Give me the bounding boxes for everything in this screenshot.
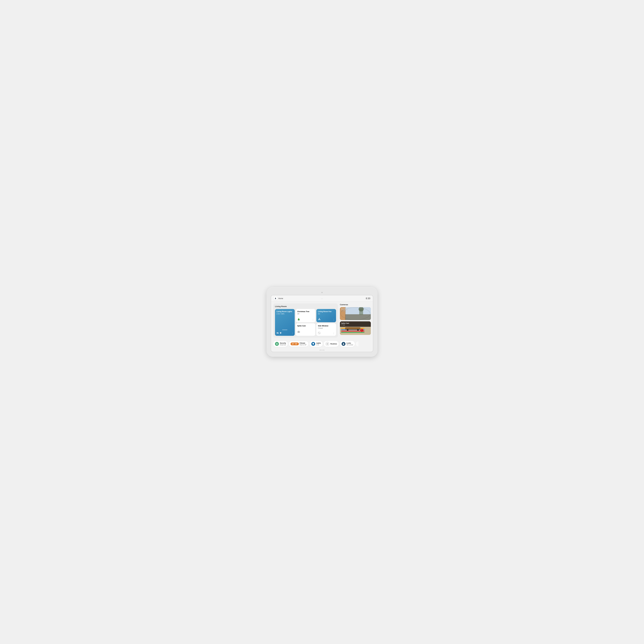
alexa-icon[interactable] bbox=[274, 297, 277, 300]
climate-range-badge: 62°- 68° bbox=[291, 342, 299, 345]
tile-more-window[interactable]: ⋮ bbox=[333, 332, 335, 334]
svg-point-5 bbox=[280, 332, 281, 333]
tile-bottom-lights: ⋮ bbox=[277, 332, 293, 334]
camera-feed-doorbell[interactable]: Doorbell 1s ago bbox=[340, 307, 371, 320]
page-dot-2[interactable] bbox=[322, 350, 322, 350]
tile-name-christmas: Christmas Tree bbox=[297, 311, 314, 313]
svg-rect-15 bbox=[298, 331, 299, 331]
lights-pill[interactable]: Lights 2 on bbox=[310, 341, 323, 347]
svg-rect-43 bbox=[313, 344, 313, 345]
lights-sub: 2 on bbox=[316, 344, 321, 346]
climate-label: Climate bbox=[300, 342, 307, 344]
bottom-bar: Security Disarmed 62°- 68° Climate Heat … bbox=[271, 340, 373, 348]
climate-text: Climate Heat to 68° bbox=[300, 342, 307, 346]
camera-feed-spike[interactable]: Spike Cam 1s ago bbox=[340, 321, 371, 335]
svg-point-36 bbox=[360, 329, 363, 332]
smart-display-device: Home ⌄ 8:30 Living Room Living Room Ligh… bbox=[267, 287, 377, 357]
cameras-title: Cameras bbox=[340, 303, 371, 306]
tile-side-window[interactable]: Side Window Closed ⋮ bbox=[316, 323, 336, 336]
tile-status-window: Closed bbox=[318, 327, 334, 329]
locks-text: Locks All Locked bbox=[346, 342, 353, 346]
tiles-grid: Living Room Lights 2 On • 66% bbox=[275, 309, 336, 336]
svg-rect-4 bbox=[278, 333, 279, 333]
camera-time-spike: 1s ago bbox=[341, 324, 349, 326]
page-dot-3[interactable] bbox=[323, 350, 324, 350]
tile-status-christmas: Off bbox=[297, 313, 314, 315]
cameras-panel: Cameras bbox=[340, 303, 371, 338]
lights-label: Lights bbox=[316, 342, 321, 344]
climate-sub: Heat to 68° bbox=[300, 344, 307, 346]
tile-name-lights: Living Room Lights bbox=[277, 311, 293, 313]
window-closed-icon bbox=[318, 332, 320, 334]
svg-rect-44 bbox=[313, 345, 313, 345]
svg-point-14 bbox=[298, 332, 299, 332]
svg-rect-6 bbox=[280, 333, 281, 334]
page-dots bbox=[271, 348, 373, 352]
screen-content: Home ⌄ 8:30 Living Room Living Room Ligh… bbox=[271, 295, 373, 352]
page-dot-1[interactable] bbox=[320, 350, 321, 350]
chevron-down-icon[interactable]: ⌄ bbox=[321, 298, 323, 299]
living-room-panel: Living Room Living Room Lights 2 On • 66… bbox=[273, 303, 338, 338]
tile-status-lights: 2 On • 66% bbox=[277, 313, 293, 315]
tile-christmas-tree[interactable]: Christmas Tree Off 🎄 ⋮ bbox=[296, 309, 315, 322]
tile-name-spike-cam: Spike Cam bbox=[297, 325, 314, 327]
camera-label-spike: Spike Cam 1s ago bbox=[341, 322, 349, 326]
svg-point-9 bbox=[319, 318, 320, 319]
svg-point-41 bbox=[313, 343, 314, 344]
overflow-pill-indicator bbox=[356, 341, 358, 346]
camera-label-doorbell: Doorbell 1s ago bbox=[341, 308, 348, 311]
tile-more-lights[interactable]: ⋮ bbox=[291, 332, 293, 334]
svg-rect-42 bbox=[313, 344, 314, 345]
security-sub: Disarmed bbox=[280, 344, 286, 346]
fan-icon bbox=[318, 318, 321, 321]
home-label: Home bbox=[278, 297, 283, 299]
tile-name-window: Side Window bbox=[318, 325, 334, 327]
svg-point-37 bbox=[361, 329, 362, 330]
svg-point-34 bbox=[347, 329, 349, 331]
front-camera bbox=[321, 292, 323, 293]
svg-rect-3 bbox=[277, 332, 278, 333]
svg-rect-7 bbox=[280, 334, 281, 334]
tile-name-fan: Living Room Fan bbox=[318, 311, 334, 313]
time-display: 8:30 bbox=[366, 297, 370, 300]
lights-text: Lights 2 on bbox=[316, 342, 321, 346]
climate-pill[interactable]: 62°- 68° Climate Heat to 68° bbox=[289, 341, 308, 347]
routines-label: Routines bbox=[330, 343, 337, 345]
routines-pill[interactable]: Routines bbox=[324, 341, 339, 347]
routines-text: Routines bbox=[330, 343, 337, 345]
bulb-icon bbox=[280, 332, 282, 334]
device-screen: Home ⌄ 8:30 Living Room Living Room Ligh… bbox=[271, 295, 373, 352]
svg-line-17 bbox=[318, 332, 320, 334]
camera-time-doorbell: 1s ago bbox=[341, 310, 348, 311]
svg-rect-32 bbox=[341, 332, 364, 333]
locks-sub: All Locked bbox=[346, 344, 353, 346]
brightness-slider bbox=[282, 330, 287, 330]
svg-rect-2 bbox=[275, 299, 276, 299]
locks-icon bbox=[342, 342, 345, 346]
routines-icon bbox=[325, 342, 329, 346]
camera-name-spike: Spike Cam bbox=[341, 322, 349, 324]
security-text: Security Disarmed bbox=[280, 342, 286, 346]
living-room-title: Living Room bbox=[275, 305, 336, 307]
main-content: Living Room Living Room Lights 2 On • 66… bbox=[271, 301, 373, 340]
app-header: Home ⌄ 8:30 bbox=[271, 295, 373, 301]
tile-living-room-fan[interactable]: Living Room Fan On ⋮ bbox=[316, 309, 336, 322]
tile-more-fan[interactable]: ⋮ bbox=[333, 319, 335, 321]
security-icon bbox=[275, 342, 279, 346]
svg-point-35 bbox=[357, 329, 359, 331]
tree-icon: 🎄 bbox=[297, 318, 300, 321]
locks-label: Locks bbox=[346, 342, 353, 344]
locks-pill[interactable]: Locks All Locked bbox=[340, 341, 355, 347]
lights-icon bbox=[311, 342, 315, 346]
devices-icon bbox=[277, 332, 279, 334]
camera-name-doorbell: Doorbell bbox=[341, 308, 348, 310]
header-left: Home bbox=[274, 297, 283, 300]
tile-icons-row bbox=[277, 332, 282, 334]
tile-slider-area bbox=[277, 315, 293, 331]
tile-living-room-lights[interactable]: Living Room Lights 2 On • 66% bbox=[275, 309, 295, 336]
security-pill[interactable]: Security Disarmed bbox=[273, 341, 288, 347]
tile-spike-cam[interactable]: Spike Cam bbox=[296, 323, 315, 336]
tile-more-christmas[interactable]: ⋮ bbox=[312, 319, 314, 321]
tile-status-fan: On bbox=[318, 313, 334, 315]
security-label: Security bbox=[280, 342, 286, 344]
